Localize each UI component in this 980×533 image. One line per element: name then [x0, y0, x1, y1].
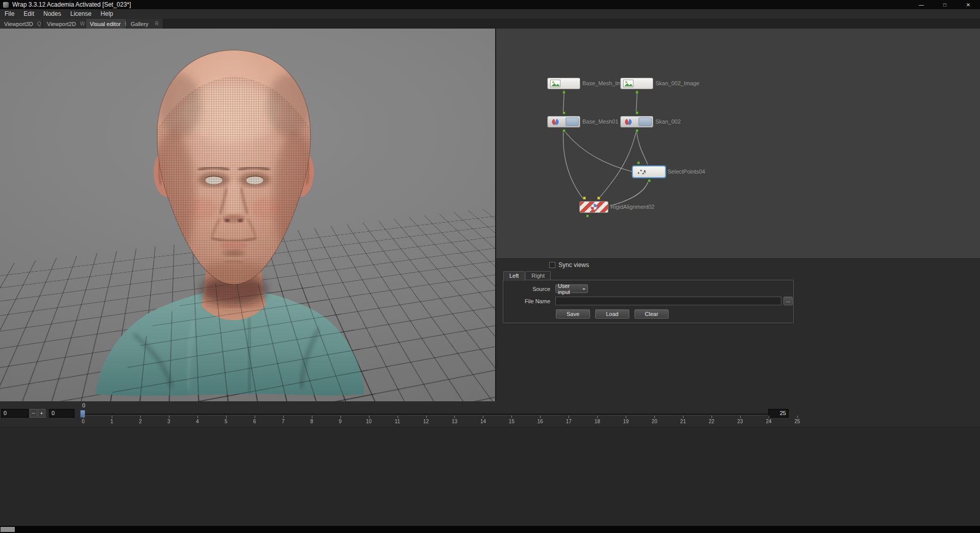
ruler-tick-label: 10	[366, 419, 372, 424]
ruler-tick	[283, 416, 284, 418]
close-button-icon[interactable]: ✕	[957, 0, 980, 9]
ruler-tick	[569, 416, 569, 418]
save-button[interactable]: Save	[556, 309, 590, 319]
source-dropdown-value: User input	[558, 283, 582, 295]
ruler-tick	[83, 416, 84, 418]
geometry-icon	[550, 118, 560, 126]
sync-views-row: Sync views	[549, 261, 589, 269]
file-name-input[interactable]	[555, 297, 781, 305]
node-port[interactable]	[597, 197, 600, 200]
playhead-frame-label: 0	[78, 402, 89, 408]
ruler-tick-label: 15	[509, 419, 514, 424]
ruler-tick	[140, 416, 141, 418]
menu-nodes[interactable]: Nodes	[39, 9, 66, 19]
timeline-ruler[interactable]: 0123456789101112131415161718192021222324…	[83, 416, 797, 426]
node-port[interactable]	[562, 111, 566, 114]
tab-viewport3d[interactable]: Viewport3D Q	[0, 19, 43, 29]
image-icon	[550, 80, 560, 87]
menu-license[interactable]: License	[66, 9, 96, 19]
node-base-mesh01[interactable]: Base_Mesh01	[547, 116, 580, 128]
ruler-tick-label: 7	[282, 419, 285, 424]
ruler-tick	[797, 416, 798, 418]
app-icon	[3, 2, 9, 8]
ruler-tick	[712, 416, 712, 418]
node-port[interactable]	[562, 91, 566, 94]
node-skan-002-image[interactable]: Skan_002_Image	[620, 78, 653, 89]
scanned-head-model	[0, 29, 495, 401]
ruler-tick	[369, 416, 370, 418]
tab-gallery[interactable]: Gallery R	[127, 19, 163, 29]
ruler-tick-label: 14	[480, 419, 486, 424]
ruler-tick	[340, 416, 341, 418]
ruler-tick	[654, 416, 655, 418]
ruler-tick	[483, 416, 483, 418]
current-frame-spinbox[interactable]: 0	[1, 409, 29, 418]
tab-viewport2d[interactable]: Viewport2D W	[43, 19, 86, 29]
ruler-tick-label: 11	[395, 419, 400, 424]
node-port[interactable]	[635, 111, 639, 114]
ruler-tick	[597, 416, 598, 418]
title-bar[interactable]: Wrap 3.3.12 Academia Activated [Set_023*…	[0, 0, 980, 9]
resize-grip[interactable]	[1, 527, 15, 532]
right-panel: Base_Mesh_Image Skan_002_Image	[495, 29, 980, 401]
source-label: Source	[503, 286, 550, 292]
ruler-tick-label: 13	[452, 419, 457, 424]
node-port[interactable]	[562, 129, 566, 132]
sync-views-checkbox[interactable]	[549, 262, 555, 268]
menu-file[interactable]: File	[0, 9, 19, 19]
ruler-tick-label: 21	[680, 419, 686, 424]
tab-right[interactable]: Right	[525, 271, 551, 280]
viewport-3d[interactable]	[0, 29, 495, 401]
node-port[interactable]	[648, 179, 651, 182]
ruler-tick	[398, 416, 398, 418]
node-skan-002[interactable]: Skan_002	[620, 116, 653, 128]
ruler-tick	[255, 416, 255, 418]
node-connection-wires	[496, 29, 980, 258]
node-port[interactable]	[586, 214, 589, 217]
ruler-tick	[454, 416, 455, 418]
rigid-alignment-icon	[590, 203, 598, 211]
minimize-button-icon[interactable]: —	[910, 0, 933, 9]
ruler-tick-label: 16	[537, 419, 543, 424]
ruler-tick-label: 9	[339, 419, 342, 424]
ruler-tick-label: 5	[225, 419, 228, 424]
maximize-button-icon[interactable]: □	[933, 0, 957, 9]
clear-button[interactable]: Clear	[634, 309, 669, 319]
ruler-tick-label: 1	[110, 419, 113, 424]
node-port[interactable]	[635, 91, 639, 94]
ruler-tick	[769, 416, 769, 418]
menu-edit[interactable]: Edit	[19, 9, 39, 19]
ruler-tick	[112, 416, 112, 418]
ruler-tick-label: 19	[623, 419, 629, 424]
tab-left[interactable]: Left	[503, 271, 525, 281]
node-selectpoints04[interactable]: SelectPoints04	[632, 166, 666, 178]
ruler-tick-label: 6	[253, 419, 256, 424]
ruler-tick	[740, 416, 741, 418]
node-rigidalignment02[interactable]: RigidAlignment02	[579, 201, 608, 213]
tab-visual-editor[interactable]: Visual editor E	[86, 19, 127, 29]
ruler-tick-label: 24	[766, 419, 771, 424]
node-label: SelectPoints04	[668, 166, 705, 177]
frame-step-spinbox[interactable]: 0	[49, 409, 75, 418]
main-area: Base_Mesh_Image Skan_002_Image	[0, 29, 980, 401]
geometry-icon	[623, 118, 633, 126]
node-port[interactable]	[635, 129, 639, 132]
load-button[interactable]: Load	[595, 309, 629, 319]
menu-help[interactable]: Help	[96, 9, 118, 19]
node-port[interactable]	[637, 161, 640, 164]
node-label: Skan_002	[655, 116, 681, 127]
image-icon	[623, 80, 633, 87]
ruler-tick	[511, 416, 512, 418]
chevron-down-icon	[582, 288, 585, 292]
ruler-tick-label: 0	[82, 419, 85, 424]
browse-button[interactable]: ...	[783, 297, 793, 305]
node-port[interactable]	[583, 197, 586, 200]
frame-decrement-button[interactable]: −	[30, 409, 37, 418]
node-graph-editor[interactable]: Base_Mesh_Image Skan_002_Image	[496, 29, 980, 258]
node-base-mesh-image[interactable]: Base_Mesh_Image	[547, 78, 580, 89]
source-dropdown[interactable]: User input	[555, 284, 588, 293]
frame-increment-button[interactable]: +	[38, 409, 45, 418]
ruler-tick	[198, 416, 198, 418]
workspace-tab-bar: Viewport3D Q Viewport2D W Visual editor …	[0, 19, 980, 29]
node-label: Skan_002_Image	[655, 78, 699, 89]
